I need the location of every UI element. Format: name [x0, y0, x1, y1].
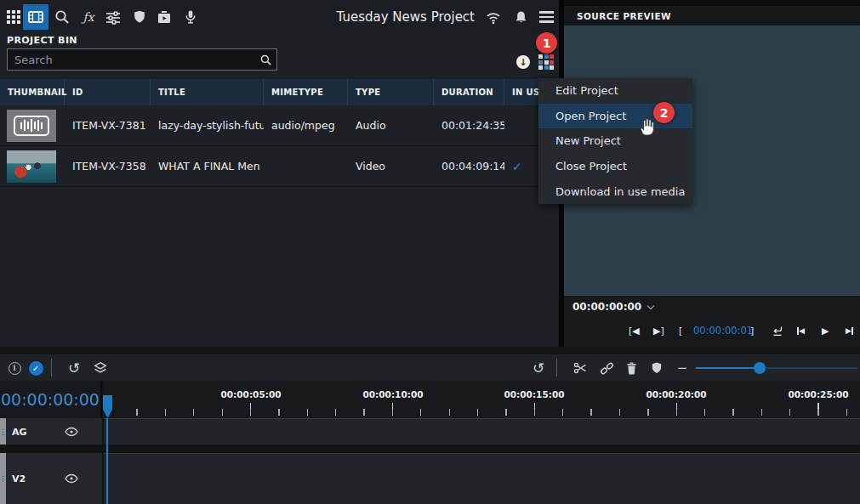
mimetype-cell: audio/mpeg [264, 119, 348, 132]
notifications-bell-icon[interactable] [510, 7, 531, 27]
ruler-label: 00:00:15:00 [504, 389, 564, 399]
col-type[interactable]: TYPE [348, 79, 434, 105]
app-window: ƒx [0, 0, 860, 504]
fx-glyph: ƒx [83, 10, 94, 24]
ruler-label: 00:00:10:00 [362, 389, 423, 399]
media-box-icon[interactable] [154, 7, 174, 27]
ruler-minor-ticks [104, 409, 860, 416]
in-bracket-label: [ [679, 323, 682, 338]
col-duration[interactable]: DURATION [434, 79, 504, 105]
bin-row-audio[interactable]: ITEM-VX-7381 lazy-day-stylish-futur... a… [0, 105, 559, 146]
insert-to-timeline-icon[interactable] [771, 323, 784, 338]
settings-sliders-icon[interactable] [103, 7, 123, 27]
menu-item-new-project[interactable]: New Project [538, 128, 692, 154]
ruler-label: 00:00:25:00 [788, 389, 848, 399]
title-cell: WHAT A FINAL Men ... [151, 160, 264, 173]
project-bin-label: PROJECT BIN [7, 35, 77, 46]
toolbar-divider [51, 359, 52, 377]
wifi-icon[interactable] [483, 7, 504, 27]
preview-timecode-dropdown[interactable]: 00:00:00:00 [564, 296, 860, 318]
playhead-line [106, 418, 108, 504]
undo-icon[interactable]: ↺ [65, 359, 83, 377]
menu-item-edit-project[interactable]: Edit Project [538, 78, 692, 104]
delete-trash-icon[interactable] [622, 359, 641, 377]
clip-duration-timecode: 00:00:00:01 [693, 323, 753, 338]
project-bin-panel: ƒx [0, 0, 559, 347]
search-icon[interactable] [254, 54, 276, 66]
project-actions-grid-button[interactable] [538, 54, 554, 70]
thumbnail-cell [0, 150, 65, 183]
track-ag-lane[interactable] [104, 418, 860, 445]
effects-fx-icon[interactable]: ƒx [78, 7, 99, 27]
main-toolbar: ƒx [0, 0, 559, 34]
timeline-toolbar: i ✓ ↺ ↺ [0, 354, 860, 381]
track-name: V2 [12, 473, 26, 484]
video-frame-thumbnail [7, 150, 56, 183]
track-v2: ⋮ V2 [0, 453, 860, 504]
menu-item-close-project[interactable]: Close Project [538, 154, 692, 179]
type-cell: Video [348, 160, 434, 173]
search-tool-icon[interactable] [52, 7, 72, 27]
project-title: Tuesday News Project [323, 0, 475, 34]
filmstrip-icon [27, 8, 44, 25]
select-check-toggle[interactable]: ✓ [26, 359, 45, 377]
track-name: AG [12, 426, 27, 437]
track-visibility-eye-icon[interactable] [65, 473, 78, 484]
step-1-badge: 1 [536, 32, 557, 54]
track-ag-header: ⋮ AG [0, 418, 102, 445]
id-cell: ITEM-VX-7381 [65, 119, 151, 132]
bin-table-header: THUMBNAIL ID TITLE MIMETYPE TYPE DURATIO… [0, 79, 559, 105]
unlink-icon[interactable] [597, 359, 616, 377]
layers-icon[interactable] [91, 359, 110, 377]
info-icon[interactable]: i [5, 359, 24, 377]
zoom-out-minus-button[interactable]: − [673, 359, 692, 377]
toolbar-divider [556, 359, 557, 377]
thumbnail-cell [0, 110, 65, 142]
history-icon[interactable]: ↺ [529, 359, 548, 377]
track-v2-lane[interactable] [104, 453, 860, 504]
track-drag-grip[interactable]: ⋮ [0, 453, 6, 504]
slider-knob[interactable] [754, 362, 766, 374]
col-id[interactable]: ID [65, 79, 151, 105]
mark-out-button[interactable]: ▶] [653, 323, 664, 338]
transport-controls: [◀ ▶] [ 00:00:00:01 ] ◀ ▶ ▶ [564, 318, 860, 347]
track-visibility-eye-icon[interactable] [65, 427, 78, 437]
col-thumbnail[interactable]: THUMBNAIL [0, 79, 65, 105]
audio-waveform-thumbnail [7, 110, 56, 142]
menu-item-download-in-use-media[interactable]: Download in use media [538, 178, 692, 204]
track-drag-grip[interactable]: ⋮ [0, 418, 6, 445]
apps-grid-icon[interactable] [3, 7, 24, 27]
hamburger-menu-icon[interactable] [536, 7, 556, 27]
search-input[interactable] [8, 54, 254, 66]
col-title[interactable]: TITLE [151, 79, 264, 105]
step-2-badge: 2 [653, 102, 675, 123]
microphone-icon[interactable] [180, 7, 201, 27]
project-bin-tab-icon[interactable] [23, 4, 48, 30]
duration-cell: 00:04:09:14 [434, 160, 504, 173]
preview-timecode: 00:00:00:00 [572, 301, 641, 313]
timeline-zoom-slider[interactable] [696, 354, 857, 381]
duration-cell: 00:01:24:35 [434, 119, 504, 132]
bin-search [7, 48, 277, 71]
mark-in-button[interactable]: [◀ [629, 323, 640, 338]
col-mimetype[interactable]: MIMETYPE [264, 79, 348, 105]
cut-scissors-icon[interactable] [571, 359, 589, 377]
timeline-section: i ✓ ↺ ↺ [0, 347, 860, 504]
download-button[interactable]: ↓ [516, 55, 530, 69]
chevron-down-icon [647, 302, 654, 309]
ruler-label: 00:00:05:00 [220, 389, 281, 399]
source-preview-title: SOURCE PREVIEW [564, 6, 860, 25]
shield-marker-icon[interactable] [129, 7, 150, 27]
project-context-menu: Edit Project Open Project New Project Cl… [538, 78, 692, 204]
marker-shield-icon[interactable] [647, 359, 666, 377]
play-button[interactable]: ▶ [822, 323, 829, 338]
skip-to-start-button[interactable]: ◀ [797, 323, 805, 338]
ruler-label: 00:00:20:00 [646, 389, 706, 399]
skip-to-end-button[interactable]: ▶ [846, 323, 853, 338]
bin-row-video[interactable]: ITEM-VX-7358 WHAT A FINAL Men ... Video … [0, 146, 559, 187]
type-cell: Audio [348, 119, 434, 132]
track-v2-header: ⋮ V2 [0, 453, 102, 504]
download-arrow-icon: ↓ [519, 58, 527, 67]
id-cell: ITEM-VX-7358 [65, 160, 151, 173]
timeline-ruler[interactable]: 00:00:05:00 00:00:10:00 00:00:15:00 00:0… [104, 381, 860, 418]
